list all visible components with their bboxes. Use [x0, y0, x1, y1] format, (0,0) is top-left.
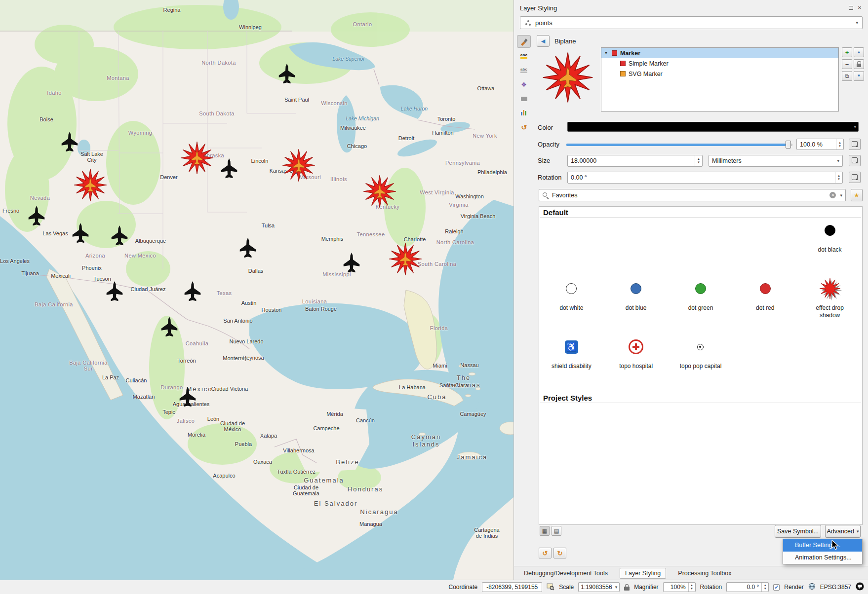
move-layer-up-button[interactable]: ▲: [854, 47, 864, 57]
style-symbol-dot-blue[interactable]: dot blue: [604, 276, 669, 334]
dock-tab-bar: Debugging/Development ToolsLayer Styling…: [513, 566, 868, 580]
redo-style-button[interactable]: ↻: [553, 548, 566, 558]
opacity-spinbox[interactable]: 100.0 % ▲▼: [796, 139, 844, 150]
color-button[interactable]: ▾: [567, 122, 859, 132]
point-layer-icon: [524, 19, 532, 27]
style-symbol-shield-disability[interactable]: ♿shield disability: [539, 334, 604, 392]
style-symbol-label: dot green: [688, 304, 713, 312]
style-symbol-topo-hospital[interactable]: topo hospital: [604, 334, 669, 392]
add-symbol-layer-button[interactable]: +: [842, 47, 852, 57]
spin-up-icon[interactable]: ▲: [838, 141, 841, 145]
rotation-data-defined-override-button[interactable]: [849, 172, 861, 183]
dock-tab-layer-styling[interactable]: Layer Styling: [620, 568, 666, 579]
spin-arrows[interactable]: ▲▼: [695, 155, 702, 166]
crs-button[interactable]: EPSG:3857: [820, 584, 851, 591]
icon-view-toggle[interactable]: ▦: [540, 526, 550, 536]
spin-down-icon[interactable]: ▼: [697, 161, 700, 164]
biplane-burst-marker: [281, 148, 316, 185]
biplane-burst-marker: [179, 140, 215, 178]
status-bar: Coordinate -8206399, 5199155 Scale 1:190…: [0, 580, 868, 594]
clear-search-icon[interactable]: ✕: [829, 192, 836, 198]
spin-arrows[interactable]: ▲▼: [835, 172, 842, 183]
menu-item-buffer-settings-[interactable]: Buffer Settings...: [783, 539, 862, 552]
spin-up-icon[interactable]: ▲: [697, 157, 700, 161]
size-spinbox[interactable]: 18.00000 ▲▼: [567, 155, 703, 167]
annotations-tab-icon[interactable]: [517, 92, 531, 105]
airplane-marker: [25, 204, 48, 229]
symbology-tab-icon[interactable]: [517, 35, 531, 48]
style-symbol-effect-drop-shadow[interactable]: effect drop shadow: [797, 276, 862, 334]
dock-tab-processing-toolbox[interactable]: Processing Toolbox: [673, 568, 736, 578]
lock-layer-button[interactable]: [854, 59, 864, 69]
panel-title: Layer Styling: [520, 4, 557, 12]
spin-arrows[interactable]: ▲▼: [761, 583, 768, 592]
labels-tab-icon[interactable]: abc: [517, 49, 531, 62]
coordinate-input[interactable]: -8206399, 5199155: [482, 582, 542, 592]
style-symbol-dot-red[interactable]: dot red: [733, 276, 797, 334]
dot-icon: [760, 278, 771, 299]
section-default: Default: [539, 207, 862, 217]
style-symbol-topo-pop-capital[interactable]: topo pop capital: [669, 334, 733, 392]
symbol-grid: dot blackdot whitedot bluedot greendot r…: [539, 218, 862, 392]
move-layer-down-button[interactable]: ▼: [854, 71, 864, 81]
chevron-down-icon[interactable]: ▾: [840, 193, 842, 198]
opacity-data-defined-override-button[interactable]: [849, 139, 861, 150]
tree-item-label: Simple Marker: [629, 60, 669, 67]
search-value: Favorites: [552, 192, 827, 199]
magnifier-spinbox[interactable]: 100% ▲▼: [663, 582, 696, 592]
layer-selector[interactable]: points ▾: [520, 16, 863, 29]
history-tab-icon[interactable]: ↺: [517, 121, 531, 134]
spin-arrows[interactable]: ▲▼: [688, 583, 695, 592]
messages-button[interactable]: [856, 582, 864, 592]
back-button[interactable]: ◀: [537, 35, 550, 47]
airplane-marker: [176, 385, 199, 410]
undo-style-button[interactable]: ↺: [539, 548, 552, 558]
dock-tab-debugging-development-tools[interactable]: Debugging/Development Tools: [519, 568, 613, 578]
slider-handle[interactable]: [786, 141, 791, 148]
airplane-marker: [103, 280, 126, 304]
duplicate-symbol-layer-button[interactable]: ⧉: [842, 71, 852, 81]
map-canvas[interactable]: ReginaWinnipegOntarioOttawaLake Superior…: [0, 0, 513, 580]
rotation-spinbox-status[interactable]: 0.0 ° ▲▼: [726, 582, 769, 592]
rotation-spinbox[interactable]: 0.00 ° ▲▼: [567, 172, 843, 184]
style-symbol-dot-green[interactable]: dot green: [669, 276, 733, 334]
close-panel-icon[interactable]: ✕: [856, 4, 863, 11]
opacity-slider[interactable]: [566, 140, 792, 149]
size-unit-combo[interactable]: Millimeters ▾: [709, 155, 843, 167]
extents-button[interactable]: [547, 583, 554, 592]
undock-panel-icon[interactable]: [847, 4, 854, 11]
spin-up-icon[interactable]: ▲: [837, 174, 840, 178]
spin-down-icon[interactable]: ▼: [838, 145, 841, 148]
size-data-defined-override-button[interactable]: [849, 155, 861, 166]
capital-icon: [697, 336, 704, 358]
symbol-layers-tree: ▼ Marker Simple Marker SVG Marker: [601, 47, 839, 111]
panel-tab-strip: abc abc ❖ ↺: [517, 34, 534, 135]
scale-combo[interactable]: 1:19083556 ▾: [578, 582, 620, 592]
magnifier-label: Magnifier: [634, 584, 658, 591]
tree-item-simple-marker[interactable]: Simple Marker: [601, 58, 838, 69]
style-symbol-label: dot black: [818, 246, 842, 254]
tree-item-marker[interactable]: ▼ Marker: [601, 48, 838, 58]
style-symbol-dot-black[interactable]: dot black: [797, 218, 862, 276]
render-label: Render: [784, 584, 803, 591]
style-manager-button[interactable]: ★: [851, 189, 863, 201]
expander-icon[interactable]: ▼: [603, 51, 609, 55]
menu-item-animation-settings-[interactable]: Animation Settings...: [783, 552, 862, 564]
lock-scale-icon[interactable]: [624, 587, 630, 591]
style-symbol-dot-white[interactable]: dot white: [539, 276, 604, 334]
style-search-input[interactable]: Favorites ✕ ▾: [539, 189, 846, 201]
save-symbol-button[interactable]: Save Symbol...: [775, 525, 821, 538]
spin-down-icon[interactable]: ▼: [837, 178, 840, 181]
chevron-down-icon: ▾: [615, 585, 618, 590]
tree-item-svg-marker[interactable]: SVG Marker: [601, 69, 838, 79]
diagrams-tab-icon[interactable]: [517, 107, 531, 119]
remove-symbol-layer-button[interactable]: −: [842, 59, 852, 69]
advanced-button[interactable]: Advanced ▾: [825, 525, 861, 538]
spin-arrows[interactable]: ▲▼: [836, 139, 843, 149]
render-checkbox[interactable]: ✓: [773, 584, 780, 591]
list-view-toggle[interactable]: ▤: [552, 526, 561, 536]
shield-icon: ♿: [565, 336, 578, 358]
view-3d-tab-icon[interactable]: ❖: [517, 78, 531, 91]
masks-tab-icon[interactable]: abc: [517, 64, 531, 76]
rotation-label: Rotation: [700, 584, 722, 591]
